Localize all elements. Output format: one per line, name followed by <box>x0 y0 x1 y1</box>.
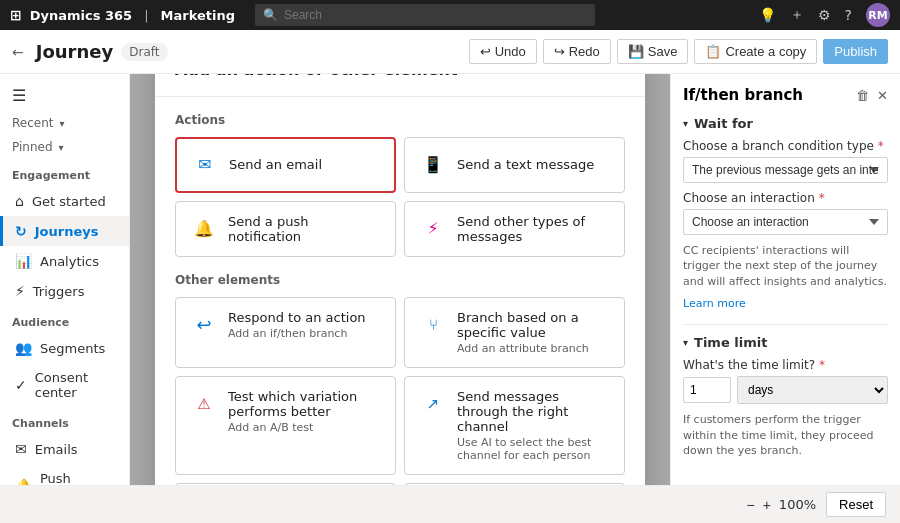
secondbar: ← Journey Draft ↩ Undo ↪ Redo 💾 Save 📋 C… <box>0 30 900 74</box>
search-bar[interactable]: 🔍 <box>255 4 595 26</box>
search-input[interactable] <box>284 8 587 22</box>
right-panel-title: If/then branch <box>683 86 803 104</box>
modal-body: Actions ✉ Send an email 📱 Send a text me… <box>155 97 645 486</box>
panel-note-text: If customers perform the trigger within … <box>683 412 888 458</box>
sidebar-item-label: Analytics <box>40 254 99 269</box>
reset-button[interactable]: Reset <box>826 492 886 517</box>
learn-more-link[interactable]: Learn more <box>683 297 746 310</box>
channel-content: Send messages through the right channel … <box>457 389 610 462</box>
bottom-bar: − + 100% Reset <box>0 485 900 523</box>
time-unit-select[interactable]: days <box>737 376 888 404</box>
modal-close-button[interactable]: × <box>597 74 625 84</box>
sidebar-item-emails[interactable]: ✉ Emails <box>0 434 129 464</box>
sidebar-item-label: Triggers <box>33 284 85 299</box>
other-action-icon: ⚡ <box>419 215 447 243</box>
sidebar-item-push[interactable]: 🔔 Push notifications <box>0 464 129 485</box>
avatar[interactable]: RM <box>866 3 890 27</box>
analytics-icon: 📊 <box>15 253 32 269</box>
modal-overlay: Add an action or other element × Actions… <box>130 74 670 485</box>
sidebar-item-triggers[interactable]: ⚡ Triggers <box>0 276 129 306</box>
element-card-branch[interactable]: ⑂ Branch based on a specific value Add a… <box>404 297 625 368</box>
zoom-value: 100% <box>779 497 816 512</box>
panel-divider <box>683 324 888 325</box>
time-row: days <box>683 376 888 404</box>
right-panel-header: If/then branch 🗑 ✕ <box>683 86 888 104</box>
email-action-icon: ✉ <box>191 151 219 179</box>
zoom-out-button[interactable]: − <box>746 497 754 513</box>
content-area: Add an action or other element × Actions… <box>130 74 670 485</box>
sidebar-item-label: Consent center <box>35 370 117 400</box>
app-logo[interactable]: ⊞ Dynamics 365 | Marketing <box>10 7 235 23</box>
add-icon[interactable]: ＋ <box>790 6 804 24</box>
lightbulb-icon[interactable]: 💡 <box>759 7 776 23</box>
respond-content: Respond to an action Add an if/then bran… <box>228 310 366 340</box>
close-panel-icon[interactable]: ✕ <box>877 88 888 103</box>
recent-group[interactable]: Recent ▾ <box>0 111 129 135</box>
panel-info-text: CC recipients' interactions will trigger… <box>683 243 888 289</box>
action-card-email[interactable]: ✉ Send an email <box>175 137 396 193</box>
branch-condition-select[interactable]: The previous message gets an interacti..… <box>683 157 888 183</box>
channel-title: Send messages through the right channel <box>457 389 610 434</box>
time-value-input[interactable] <box>683 377 731 403</box>
undo-button[interactable]: ↩ Undo <box>469 39 537 64</box>
publish-button[interactable]: Publish <box>823 39 888 64</box>
sidebar-item-label: Segments <box>40 341 105 356</box>
time-limit-label: Time limit <box>694 335 767 350</box>
test-icon: ⚠ <box>190 390 218 418</box>
grid-icon: ⊞ <box>10 7 22 23</box>
respond-title: Respond to an action <box>228 310 366 325</box>
zoom-controls: − + 100% <box>746 497 816 513</box>
element-card-respond[interactable]: ↩ Respond to an action Add an if/then br… <box>175 297 396 368</box>
pinned-label: Pinned <box>12 140 53 154</box>
sidebar-item-label: Journeys <box>35 224 99 239</box>
sidebar-item-consent[interactable]: ✓ Consent center <box>0 363 129 407</box>
modal-title: Add an action or other element <box>175 74 458 79</box>
search-icon: 🔍 <box>263 8 278 22</box>
time-limit-header: ▾ Time limit <box>683 335 888 350</box>
time-limit-section: ▾ Time limit What's the time limit? * da… <box>683 335 888 458</box>
create-copy-button[interactable]: 📋 Create a copy <box>694 39 817 64</box>
right-panel-icons: 🗑 ✕ <box>856 88 888 103</box>
channel-subtitle: Use AI to select the best channel for ea… <box>457 436 610 462</box>
action-card-text[interactable]: 📱 Send a text message <box>404 137 625 193</box>
sidebar-item-label: Push notifications <box>40 471 120 485</box>
element-card-hold[interactable]: ⏱ Hold an action for a specific time Add… <box>175 483 396 486</box>
channel-icon: ↗ <box>419 390 447 418</box>
element-card-channel[interactable]: ↗ Send messages through the right channe… <box>404 376 625 475</box>
channels-section: Channels <box>0 407 129 434</box>
sidebar-item-get-started[interactable]: ⌂ Get started <box>0 186 129 216</box>
back-button[interactable]: ← <box>12 44 24 60</box>
branch-subtitle: Add an attribute branch <box>457 342 610 355</box>
wait-for-header: ▾ Wait for <box>683 116 888 131</box>
element-card-trigger[interactable]: ⚡ Activate a custom trigger Trigger jour… <box>404 483 625 486</box>
wait-for-label: Wait for <box>694 116 753 131</box>
test-content: Test which variation performs better Add… <box>228 389 381 434</box>
redo-button[interactable]: ↪ Redo <box>543 39 611 64</box>
app-name: Dynamics 365 <box>30 8 132 23</box>
interaction-label: Choose an interaction * <box>683 191 888 205</box>
trash-icon[interactable]: 🗑 <box>856 88 869 103</box>
main-layout: ☰ Recent ▾ Pinned ▾ Engagement ⌂ Get sta… <box>0 74 900 485</box>
sidebar-item-analytics[interactable]: 📊 Analytics <box>0 246 129 276</box>
action-card-other[interactable]: ⚡ Send other types of messages <box>404 201 625 257</box>
sidebar-item-journeys[interactable]: ↻ Journeys <box>0 216 129 246</box>
push-action-label: Send a push notification <box>228 214 381 244</box>
save-button[interactable]: 💾 Save <box>617 39 689 64</box>
hamburger-menu[interactable]: ☰ <box>0 80 129 111</box>
email-action-label: Send an email <box>229 157 322 172</box>
action-card-push[interactable]: 🔔 Send a push notification <box>175 201 396 257</box>
pinned-chevron: ▾ <box>59 142 64 153</box>
pinned-group[interactable]: Pinned ▾ <box>0 135 129 159</box>
sidebar-item-segments[interactable]: 👥 Segments <box>0 333 129 363</box>
element-card-test[interactable]: ⚠ Test which variation performs better A… <box>175 376 396 475</box>
gear-icon[interactable]: ⚙ <box>818 7 831 23</box>
zoom-in-button[interactable]: + <box>763 497 771 513</box>
push-icon: 🔔 <box>15 478 32 485</box>
text-action-icon: 📱 <box>419 151 447 179</box>
interaction-select[interactable]: Choose an interaction <box>683 209 888 235</box>
help-icon[interactable]: ? <box>845 7 852 23</box>
page-title: Journey <box>36 41 114 62</box>
actions-section-label: Actions <box>175 113 625 127</box>
modal-dialog: Add an action or other element × Actions… <box>155 74 645 485</box>
recent-chevron: ▾ <box>59 118 64 129</box>
